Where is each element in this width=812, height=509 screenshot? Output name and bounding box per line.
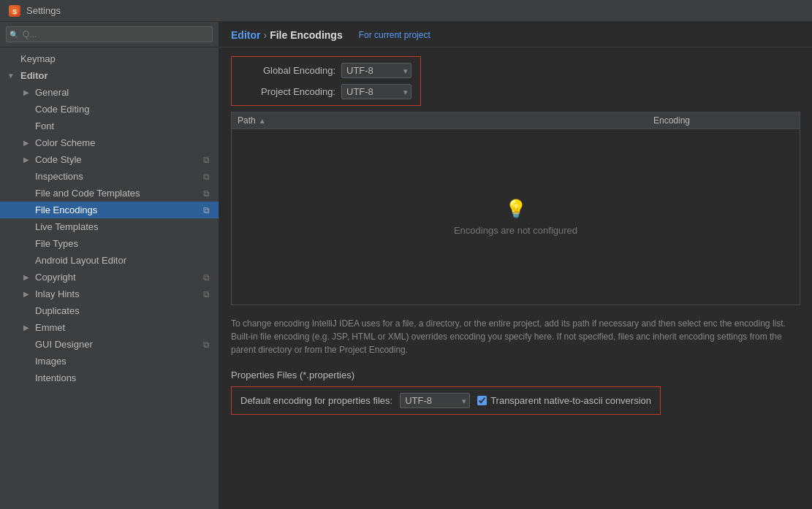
app-icon: S [9,5,20,17]
breadcrumb-parent[interactable]: Editor [231,29,260,41]
breadcrumb-separator: › [263,29,267,41]
arrow-icon: ▶ [23,139,32,147]
copy-icon: ⧉ [203,289,210,299]
copy-icon: ⧉ [203,272,210,283]
copy-icon: ⧉ [203,188,210,199]
encodings-table: Path ▲ Encoding 💡 Encodings are not conf… [231,112,800,305]
table-col-path: Path ▲ [238,115,648,126]
info-text: To change encoding IntelliJ IDEA uses fo… [231,313,800,361]
arrow-icon: ▶ [23,156,32,164]
breadcrumb: Editor › File Encodings [231,29,343,41]
sidebar-item-file-encodings[interactable]: File Encodings ⧉ [0,202,219,218]
search-box [0,22,219,47]
sidebar-item-general[interactable]: ▶ General [0,84,219,101]
arrow-icon: ▶ [23,88,32,96]
sidebar-item-gui-designer[interactable]: GUI Designer ⧉ [0,336,219,353]
project-encoding-row: Project Encoding: UTF-8 UTF-16 ISO-8859-… [240,84,411,99]
copy-icon: ⧉ [203,155,210,165]
svg-text:S: S [12,8,17,15]
table-col-encoding: Encoding [648,115,794,126]
table-header: Path ▲ Encoding [232,112,800,129]
copy-icon: ⧉ [203,172,210,182]
project-encoding-label: Project Encoding: [240,86,335,97]
global-encoding-select[interactable]: UTF-8 UTF-16 ISO-8859-1 [341,63,411,78]
transparent-conversion-label: Transparent native-to-ascii conversion [490,395,651,406]
content-body: Global Encoding: UTF-8 UTF-16 ISO-8859-1… [219,47,812,509]
sidebar-item-images[interactable]: Images [0,353,219,370]
sidebar-item-code-editing[interactable]: Code Editing [0,101,219,118]
sidebar: Keymap ▾ Editor ▶ General Code Editing F… [0,22,219,509]
sidebar-item-emmet[interactable]: ▶ Emmet [0,319,219,336]
sidebar-nav: Keymap ▾ Editor ▶ General Code Editing F… [0,47,219,509]
copy-icon: ⧉ [203,205,210,215]
sort-arrow-icon: ▲ [259,117,266,125]
sidebar-item-color-scheme[interactable]: ▶ Color Scheme [0,134,219,151]
global-encoding-label: Global Encoding: [240,65,335,76]
for-current-project-link[interactable]: For current project [359,30,430,40]
empty-state-text: Encodings are not configured [454,225,577,236]
search-input[interactable] [6,26,213,42]
table-body: 💡 Encodings are not configured [232,129,800,305]
sidebar-item-editor[interactable]: ▾ Editor [0,67,219,84]
global-encoding-row: Global Encoding: UTF-8 UTF-16 ISO-8859-1 [240,63,411,78]
sidebar-item-copyright[interactable]: ▶ Copyright ⧉ [0,269,219,286]
sidebar-item-inspections[interactable]: Inspections ⧉ [0,168,219,185]
sidebar-item-keymap[interactable]: Keymap [0,50,219,67]
properties-encoding-select[interactable]: UTF-8 UTF-16 ISO-8859-1 [400,393,470,408]
properties-section: Properties Files (*.properties) Default … [231,370,800,415]
arrow-icon: ▾ [9,72,18,80]
project-encoding-select-wrapper: UTF-8 UTF-16 ISO-8859-1 [341,84,411,99]
copy-icon: ⧉ [203,340,210,350]
sidebar-item-code-style[interactable]: ▶ Code Style ⧉ [0,151,219,168]
breadcrumb-current: File Encodings [270,29,343,41]
global-encoding-select-wrapper: UTF-8 UTF-16 ISO-8859-1 [341,63,411,78]
empty-state-icon: 💡 [505,199,527,219]
content-area: Editor › File Encodings For current proj… [219,22,812,509]
arrow-icon: ▶ [23,290,32,298]
sidebar-item-file-types[interactable]: File Types [0,235,219,252]
sidebar-item-inlay-hints[interactable]: ▶ Inlay Hints ⧉ [0,286,219,302]
transparent-conversion-checkbox[interactable] [477,396,487,405]
transparent-conversion-checkbox-wrapper[interactable]: Transparent native-to-ascii conversion [477,395,651,406]
sidebar-item-intentions[interactable]: Intentions [0,370,219,386]
sidebar-item-file-code-templates[interactable]: File and Code Templates ⧉ [0,185,219,202]
project-encoding-select[interactable]: UTF-8 UTF-16 ISO-8859-1 [341,84,411,99]
sidebar-item-android-layout-editor[interactable]: Android Layout Editor [0,252,219,269]
sidebar-item-live-templates[interactable]: Live Templates [0,218,219,235]
default-encoding-label: Default encoding for properties files: [240,395,392,406]
arrow-icon: ▶ [23,273,32,281]
sidebar-item-font[interactable]: Font [0,118,219,134]
properties-title: Properties Files (*.properties) [231,370,800,380]
window-title: Settings [26,5,61,16]
content-header: Editor › File Encodings For current proj… [219,22,812,47]
arrow-icon: ▶ [23,324,32,332]
sidebar-item-duplicates[interactable]: Duplicates [0,302,219,319]
properties-encoding-select-wrapper: UTF-8 UTF-16 ISO-8859-1 [400,393,470,408]
title-bar: S Settings [0,0,812,22]
